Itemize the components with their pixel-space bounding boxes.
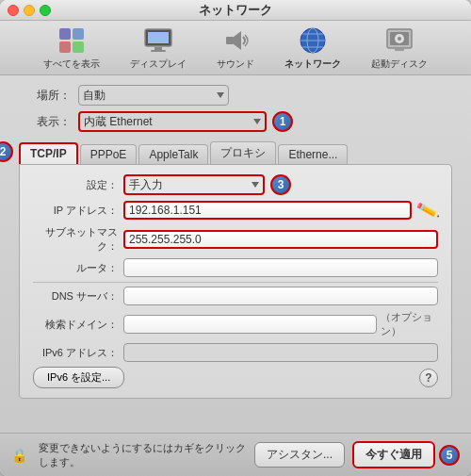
- toolbar-sound[interactable]: サウンド: [209, 22, 262, 74]
- ipv6-input: [123, 343, 438, 362]
- lock-icon[interactable]: 🔒: [11, 448, 27, 463]
- window-title: ネットワーク: [199, 2, 272, 19]
- startup-icon: [384, 25, 414, 56]
- hyoji-select[interactable]: 内蔵 Ethernet: [78, 111, 267, 132]
- toolbar-allshow[interactable]: すべてを表示: [36, 22, 107, 74]
- subnet-input[interactable]: [123, 230, 438, 249]
- assistant-button[interactable]: アシスタン...: [254, 442, 345, 468]
- settei-label: 設定：: [33, 178, 118, 192]
- network-label: ネットワーク: [284, 57, 341, 71]
- basho-select[interactable]: 自動: [78, 85, 229, 106]
- toolbar-network[interactable]: ネットワーク: [277, 22, 349, 74]
- tab-proxy[interactable]: プロキシ: [210, 141, 276, 164]
- svg-point-18: [398, 37, 401, 41]
- ip-row: IP アドレス： ✏️: [33, 200, 438, 221]
- maximize-button[interactable]: [40, 5, 51, 16]
- dns-input[interactable]: [123, 287, 438, 305]
- svg-rect-3: [73, 41, 84, 53]
- content-area: 場所： 自動 表示： 内蔵 Ethernet 1 2: [0, 75, 471, 433]
- display-icon: [143, 25, 173, 56]
- domain-input[interactable]: [123, 315, 377, 334]
- subnet-label: サブネットマスク：: [33, 225, 118, 254]
- ipv6-button[interactable]: IPv6 を設定...: [33, 367, 124, 388]
- tabs-area: 2 TCP/IP PPPoE AppleTalk プロキシ Etherne...: [19, 138, 452, 164]
- toolbar-startup[interactable]: 起動ディスク: [364, 22, 435, 74]
- svg-rect-0: [59, 28, 71, 40]
- ipv6-label: IPv6 アドレス：: [33, 346, 118, 360]
- router-label: ルータ：: [33, 261, 118, 275]
- svg-rect-8: [226, 37, 234, 44]
- router-row: ルータ：: [33, 258, 438, 277]
- sound-label: サウンド: [217, 57, 254, 71]
- bottom-bar: 🔒 変更できないようにするにはカギをクリックします。 アシスタン... 今すぐ適…: [0, 433, 471, 476]
- main-window: ネットワーク すべてを表示: [0, 0, 471, 476]
- ipv6-row: IPv6 アドレス：: [33, 343, 438, 362]
- title-bar: ネットワーク: [0, 0, 471, 21]
- svg-rect-2: [59, 41, 71, 53]
- tab-tcpip[interactable]: TCP/IP: [19, 142, 78, 164]
- badge-5: 5: [439, 445, 460, 466]
- dns-label: DNS サーバ：: [33, 289, 118, 304]
- basho-label: 場所：: [19, 88, 71, 104]
- router-input[interactable]: [123, 258, 438, 277]
- svg-rect-5: [148, 32, 169, 43]
- hyoji-row: 表示： 内蔵 Ethernet 1: [19, 111, 452, 132]
- display-label: ディスプレイ: [130, 57, 187, 71]
- badge-2: 2: [0, 141, 13, 162]
- ip-label: IP アドレス：: [33, 204, 118, 218]
- svg-rect-7: [151, 50, 166, 52]
- tabs-container: TCP/IP PPPoE AppleTalk プロキシ Etherne...: [19, 141, 349, 164]
- svg-rect-1: [73, 28, 84, 40]
- ip-input[interactable]: [123, 201, 412, 220]
- basho-control: 自動: [78, 85, 452, 106]
- allshow-label: すべてを表示: [43, 57, 100, 71]
- dns-row: DNS サーバ：: [33, 287, 438, 305]
- help-button[interactable]: ?: [419, 369, 438, 387]
- domain-label: 検索ドメイン：: [33, 318, 118, 332]
- tab-pppoe[interactable]: PPPoE: [80, 144, 138, 164]
- tab-content-tcpip: 設定： 手入力 3 IP アドレス： ✏️: [19, 164, 452, 399]
- svg-marker-9: [234, 31, 241, 50]
- hyoji-label: 表示：: [19, 114, 71, 130]
- basho-row: 場所： 自動: [19, 85, 452, 106]
- svg-rect-6: [154, 47, 162, 50]
- ipv6-button-row: IPv6 を設定... ?: [33, 367, 438, 388]
- badge-1: 1: [272, 111, 293, 132]
- toolbar: すべてを表示 ディスプレイ サウ: [0, 21, 471, 75]
- traffic-lights: [8, 5, 51, 16]
- tab-appletalk[interactable]: AppleTalk: [138, 144, 208, 164]
- allshow-icon: [57, 25, 87, 56]
- network-icon: [298, 25, 328, 56]
- badge-3: 3: [270, 174, 291, 195]
- domain-row: 検索ドメイン： （オプション）: [33, 310, 438, 338]
- domain-option-text: （オプション）: [381, 310, 438, 338]
- subnet-row: サブネットマスク：: [33, 225, 438, 254]
- settei-row: 設定： 手入力 3: [33, 174, 438, 195]
- pencil-icon: ✏️: [415, 198, 441, 223]
- lock-text: 変更できないようにするにはカギをクリックします。: [39, 441, 247, 469]
- apply-button[interactable]: 今すぐ適用: [352, 441, 435, 468]
- toolbar-display[interactable]: ディスプレイ: [122, 22, 194, 74]
- tab-ethernet[interactable]: Etherne...: [278, 144, 348, 164]
- hyoji-control: 内蔵 Ethernet 1: [78, 111, 452, 132]
- settei-select[interactable]: 手入力: [123, 174, 265, 195]
- sound-icon: [220, 25, 251, 56]
- minimize-button[interactable]: [24, 5, 35, 16]
- startup-label: 起動ディスク: [371, 57, 428, 71]
- svg-rect-19: [395, 48, 404, 51]
- separator1: [33, 282, 438, 283]
- close-button[interactable]: [8, 5, 19, 16]
